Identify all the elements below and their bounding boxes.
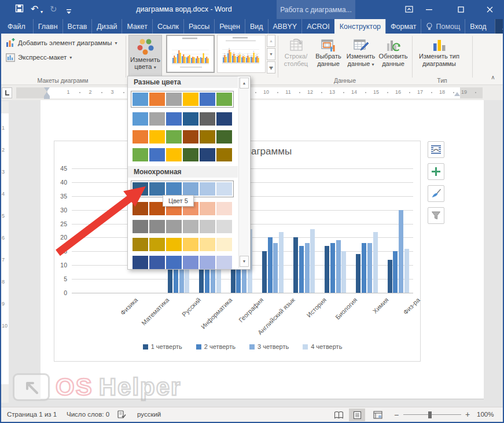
chart-filters-button[interactable] [428, 207, 444, 224]
gallery-scroll-up-button[interactable]: ▲ [267, 35, 275, 47]
mono-palette-row-5[interactable] [133, 256, 232, 269]
vertical-ruler[interactable]: 12345678910 [0, 101, 9, 403]
quick-layout-button[interactable]: Экспресс-макет▾ [3, 52, 74, 63]
bar[interactable] [367, 243, 372, 293]
undo-icon[interactable]: ↶ [31, 4, 38, 14]
zoom-in-button[interactable]: + [465, 410, 470, 419]
bar[interactable] [404, 249, 409, 293]
legend-item[interactable]: 4 четверть [303, 343, 342, 350]
tab-stop-selector[interactable] [2, 87, 12, 98]
scroll-down-icon[interactable]: ▼ [240, 256, 249, 267]
chart-style-2-thumbnail[interactable] [217, 35, 266, 73]
gallery-scroll-down-button[interactable]: ▼ [267, 48, 275, 60]
bar[interactable] [362, 243, 366, 293]
colorful-palette-row-3[interactable] [133, 130, 232, 144]
hanging-indent-marker[interactable] [44, 92, 50, 96]
layout-options-button[interactable] [428, 141, 444, 158]
page-indicator[interactable]: Страница 1 из 1 [7, 411, 57, 418]
language-indicator[interactable]: русский [137, 411, 161, 418]
bar[interactable] [341, 251, 346, 293]
zoom-level[interactable]: 100% [477, 411, 494, 418]
save-icon[interactable] [15, 4, 24, 15]
maximize-button[interactable] [452, 3, 469, 15]
tab-конструктор[interactable]: Конструктор [334, 19, 385, 34]
gallery-more-button[interactable]: ▬▼ [267, 61, 275, 73]
chart-style-1-thumbnail[interactable] [166, 35, 215, 73]
right-indent-marker[interactable] [454, 92, 460, 96]
add-chart-element-button[interactable]: Добавить элемент диаграммы▾ [3, 37, 119, 49]
tab-abbyy[interactable]: ABBYY [268, 19, 302, 34]
tab-формат[interactable]: Формат [385, 19, 421, 34]
context-tab-chart-tools[interactable]: Работа с диаграмма... [277, 0, 355, 19]
bar[interactable] [293, 237, 298, 293]
bar[interactable] [262, 251, 267, 293]
tab-рассы[interactable]: Рассы [183, 19, 214, 34]
tab-файл[interactable]: Файл [0, 19, 33, 34]
legend-item[interactable]: 2 четверть [196, 343, 236, 350]
select-data-button[interactable]: Выбрать данные [312, 35, 344, 76]
colorful-palette-row-4[interactable] [133, 148, 232, 161]
tab-рецен[interactable]: Рецен [214, 19, 245, 34]
scroll-up-icon[interactable]: ▲ [240, 78, 249, 89]
bar[interactable] [330, 243, 335, 293]
bar[interactable] [373, 232, 378, 293]
tab-acroi[interactable]: ACROI [301, 19, 334, 34]
bar[interactable] [310, 229, 315, 293]
colorful-palette-row-1[interactable] [131, 91, 234, 108]
legend-item[interactable]: 1 четверть [143, 343, 182, 350]
colorful-palette-row-2[interactable] [133, 112, 232, 126]
bar[interactable] [325, 246, 329, 293]
mono-palette-row-4[interactable] [133, 238, 232, 251]
minimize-button[interactable] [420, 3, 437, 15]
tab-главн[interactable]: Главн [33, 19, 62, 34]
customize-qat-icon[interactable] [66, 6, 72, 17]
legend-item[interactable]: 3 четверть [249, 343, 289, 350]
mono-palette-row-3[interactable] [133, 220, 232, 233]
read-mode-button[interactable] [330, 409, 347, 421]
zoom-slider-thumb[interactable] [428, 411, 432, 418]
edit-data-button[interactable]: Изменить данные ▾ [345, 35, 377, 76]
change-colors-button[interactable]: Изменить цвета ▾ [128, 35, 162, 76]
chart-styles-button[interactable] [428, 185, 444, 202]
undo-dropdown-icon[interactable]: ▾ [41, 7, 43, 17]
zoom-out-button[interactable]: − [394, 410, 399, 420]
change-chart-type-button[interactable]: Изменить тип диаграммы [414, 35, 464, 76]
redo-icon[interactable]: ↻ [50, 4, 57, 14]
chart-elements-button[interactable] [428, 163, 444, 180]
chart-legend[interactable]: 1 четверть2 четверть3 четверть4 четверть [72, 343, 413, 350]
bar[interactable] [336, 240, 341, 293]
bar[interactable] [393, 251, 398, 293]
bar[interactable] [268, 237, 273, 293]
collapse-ribbon-chevron[interactable]: ∧ [488, 74, 498, 82]
tab-ссылк[interactable]: Ссылк [152, 19, 183, 34]
first-line-indent-marker[interactable] [44, 87, 50, 91]
tab-помощ[interactable]: Помощ [421, 19, 465, 34]
bar[interactable] [299, 246, 304, 293]
tab-вид[interactable]: Вид [245, 19, 268, 34]
tab-дизай[interactable]: Дизай [91, 19, 122, 34]
left-indent-marker[interactable] [44, 96, 50, 99]
close-button[interactable] [481, 3, 498, 15]
refresh-data-button[interactable]: Обновить данные [377, 35, 409, 76]
bar[interactable] [273, 243, 278, 293]
y-axis-label: 20 [54, 234, 67, 241]
bar[interactable] [356, 254, 360, 293]
proofing-icon[interactable] [117, 410, 126, 420]
color-swatch [200, 220, 215, 233]
tab-вход[interactable]: Вход [465, 19, 491, 34]
word-count[interactable]: Число слов: 0 [67, 411, 109, 418]
document-page[interactable]: Название диаграммы 051015202530354045Физ… [41, 100, 484, 399]
ribbon-display-options-icon[interactable] [400, 3, 418, 15]
bar[interactable] [388, 260, 392, 293]
web-layout-button[interactable] [370, 409, 386, 421]
tab-макет[interactable]: Макет [122, 19, 152, 34]
ruler-mark: 18 [439, 89, 445, 95]
zoom-slider-track[interactable] [403, 414, 461, 415]
dropdown-scrollbar[interactable]: ▲ ▼ [238, 78, 249, 268]
ruler-mark: 11 [285, 89, 290, 95]
bar[interactable] [279, 232, 284, 293]
bar[interactable] [399, 210, 403, 293]
tab-встав[interactable]: Встав [62, 19, 92, 34]
print-layout-button[interactable] [349, 409, 365, 421]
bar[interactable] [305, 243, 310, 293]
